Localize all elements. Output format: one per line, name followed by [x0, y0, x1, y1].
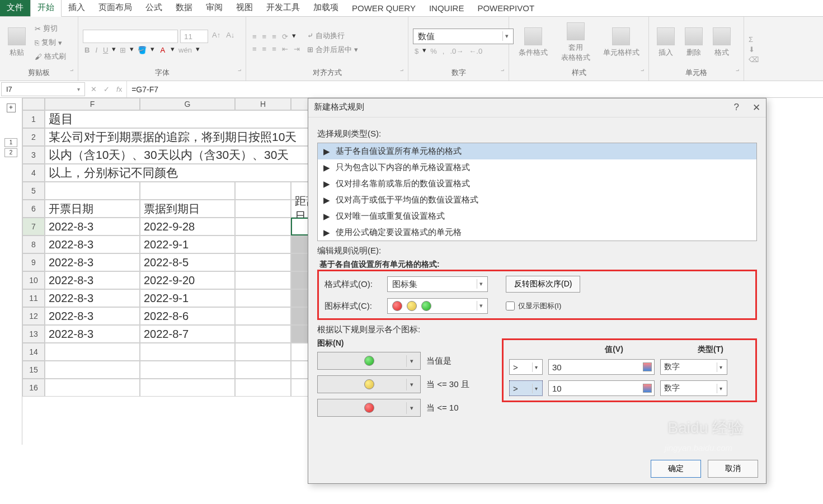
tab-data[interactable]: 数据 [169, 0, 199, 16]
font-family-select[interactable] [83, 30, 178, 43]
comma-icon[interactable]: , [441, 46, 446, 56]
cell[interactable] [235, 325, 291, 343]
tab-home[interactable]: 开始 [30, 0, 62, 17]
cell[interactable]: 2022-9-1 [140, 289, 235, 307]
icon-select-1[interactable] [317, 352, 421, 370]
tab-formula[interactable]: 公式 [139, 0, 169, 16]
type-select-1[interactable]: 数字 [660, 359, 727, 375]
row-header[interactable]: 5 [22, 182, 45, 200]
cell[interactable] [235, 182, 291, 200]
cell[interactable] [235, 235, 291, 253]
ok-button[interactable]: 确定 [651, 460, 701, 478]
conditional-format-button[interactable]: 条件格式 [514, 26, 553, 59]
grow-font-icon[interactable]: A↑ [210, 30, 222, 43]
icon-style-select[interactable] [387, 298, 488, 314]
dec-decimal-icon[interactable]: ←.0 [467, 46, 484, 56]
cell[interactable]: 2022-8-3 [45, 271, 140, 289]
cell[interactable] [45, 182, 140, 200]
clear-icon[interactable]: ⌫ [749, 55, 759, 64]
rule-type-item[interactable]: ▶ 使用公式确定要设置格式的单元格 [318, 224, 756, 241]
cell-desc[interactable]: 以内（含10天）、30天以内（含30天）、30天 [45, 146, 352, 164]
insert-cell-button[interactable]: 插入 [653, 26, 678, 59]
font-color-button[interactable]: A [157, 45, 168, 55]
row-header[interactable]: 1 [22, 110, 45, 128]
type-select-2[interactable]: 数字 [660, 380, 727, 396]
tab-powerquery[interactable]: POWER QUERY [345, 0, 422, 16]
cell-title[interactable]: 题目 [45, 110, 352, 128]
outline-level-1[interactable]: 1 [4, 138, 17, 147]
cell[interactable]: 2022-8-3 [45, 289, 140, 307]
cell[interactable]: 2022-8-3 [45, 253, 140, 271]
cell[interactable] [235, 289, 291, 307]
align-right-icon[interactable]: ≡ [270, 44, 278, 54]
cell-header-g[interactable]: 票据到期日 [140, 200, 235, 218]
copy-button[interactable]: ⎘复制 ▾ [32, 36, 68, 49]
tab-insert[interactable]: 插入 [62, 0, 92, 16]
row-header[interactable]: 2 [22, 128, 45, 146]
merge-button[interactable]: ⊞合并后居中 ▾ [305, 44, 360, 56]
cell[interactable] [140, 379, 235, 397]
cell[interactable]: 2022-9-28 [140, 218, 235, 235]
cut-button[interactable]: ✂剪切 [32, 22, 68, 35]
range-ref-icon[interactable] [643, 384, 652, 393]
shrink-font-icon[interactable]: A↓ [224, 30, 236, 43]
range-ref-icon[interactable] [643, 362, 652, 371]
cell[interactable]: 2022-8-3 [45, 325, 140, 343]
inc-decimal-icon[interactable]: .0→ [448, 46, 465, 56]
value-input-2[interactable]: 10 [548, 380, 655, 396]
cell[interactable]: 2022-8-3 [45, 218, 140, 235]
cell[interactable] [235, 218, 291, 235]
formula-input[interactable]: =G7-F7 [127, 81, 823, 97]
icon-select-3[interactable] [317, 399, 421, 417]
currency-icon[interactable]: $ [413, 46, 420, 56]
value-input-1[interactable]: 30 [548, 359, 655, 375]
indent-dec-icon[interactable]: ⇤ [280, 44, 290, 54]
row-header[interactable]: 14 [22, 343, 45, 361]
name-box[interactable]: I7 [1, 82, 85, 96]
phonetic-button[interactable]: wén [177, 45, 194, 55]
cell[interactable] [140, 361, 235, 379]
bold-button[interactable]: B [83, 45, 91, 55]
col-header-f[interactable]: F [45, 98, 140, 110]
show-icon-only-checkbox[interactable] [506, 302, 515, 310]
tab-layout[interactable]: 页面布局 [92, 0, 139, 16]
tab-powerpivot[interactable]: POWERPIVOT [471, 0, 541, 16]
tab-devtools[interactable]: 开发工具 [260, 0, 307, 16]
cell[interactable]: 2022-8-3 [45, 235, 140, 253]
row-header[interactable]: 16 [22, 379, 45, 397]
row-header[interactable]: 7 [22, 218, 45, 235]
cell[interactable] [140, 343, 235, 361]
tab-view[interactable]: 视图 [229, 0, 260, 16]
tab-inquire[interactable]: INQUIRE [422, 0, 471, 16]
cell[interactable]: 2022-8-3 [45, 307, 140, 325]
row-header[interactable]: 12 [22, 307, 45, 325]
row-header[interactable]: 10 [22, 271, 45, 289]
table-format-button[interactable]: 套用 表格格式 [556, 21, 595, 64]
cell[interactable] [45, 379, 140, 397]
align-bot-icon[interactable]: ≡ [270, 31, 278, 42]
row-header[interactable]: 9 [22, 253, 45, 271]
number-format-select[interactable]: 数值 [413, 29, 514, 44]
operator-select-1[interactable]: > [509, 359, 543, 375]
align-center-icon[interactable]: ≡ [261, 44, 269, 54]
select-all[interactable] [22, 98, 45, 110]
border-button[interactable]: ⊞ [118, 45, 128, 55]
reverse-order-button[interactable]: 反转图标次序(D) [506, 276, 580, 293]
rule-type-item[interactable]: ▶ 仅对排名靠前或靠后的数值设置格式 [318, 176, 756, 192]
tab-review[interactable]: 审阅 [199, 0, 229, 16]
cell-header-f[interactable]: 开票日期 [45, 200, 140, 218]
cancel-button[interactable]: 取消 [708, 460, 758, 478]
format-cell-button[interactable]: 格式 [709, 26, 734, 59]
cell[interactable]: 2022-8-6 [140, 307, 235, 325]
fill-color-button[interactable]: 🪣 [136, 45, 148, 55]
cell[interactable] [235, 271, 291, 289]
row-header[interactable]: 6 [22, 200, 45, 218]
cell[interactable]: 2022-9-20 [140, 271, 235, 289]
cell[interactable] [235, 307, 291, 325]
rule-type-item[interactable]: ▶ 只为包含以下内容的单元格设置格式 [318, 159, 756, 176]
row-header[interactable]: 13 [22, 325, 45, 343]
row-header[interactable]: 4 [22, 164, 45, 182]
cell-desc[interactable]: 以上，分别标记不同颜色 [45, 164, 352, 182]
cell-desc[interactable]: 某公司对于到期票据的追踪，将到期日按照10天 [45, 128, 352, 146]
cell-style-button[interactable]: 单元格样式 [599, 26, 643, 59]
